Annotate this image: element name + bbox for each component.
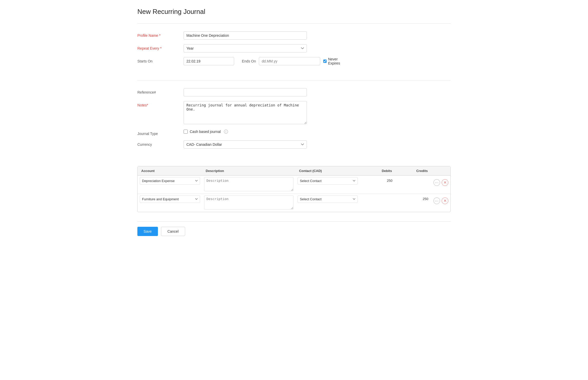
profile-name-input[interactable]: Machine One Depreciation [184,31,307,40]
dates-inline: 22.02.19 Ends On Never Expires [184,57,341,65]
profile-name-label: Profile Name * [137,31,184,38]
col-header-debits: Debits [360,166,395,176]
action-btns-2: ··· ✕ [433,195,448,204]
ellipsis-button-1[interactable]: ··· [433,179,440,186]
account-select-1[interactable]: Depreciation Expense Furniture and Equip… [140,177,200,185]
col-header-credits: Credits [395,166,431,176]
col-header-account: Account [138,166,202,176]
save-button[interactable]: Save [137,227,158,236]
ellipsis-button-2[interactable]: ··· [433,197,440,204]
ends-on-input[interactable] [259,57,320,65]
journal-type-row: Journal Type Cash based journal i [137,130,451,136]
credit-value-1 [397,177,429,180]
remove-button-2[interactable]: ✕ [442,197,448,204]
action-btns-1: ··· ✕ [433,177,448,186]
never-expires-checkbox[interactable] [323,59,327,63]
table-body: Depreciation Expense Furniture and Equip… [138,176,450,212]
credit-cell-2: 250 [395,194,431,212]
reference-field-wrapper [184,88,307,96]
repeat-every-label: Repeat Every * [137,44,184,50]
description-cell-2 [202,194,296,212]
contact-cell-2: Select Contact [296,194,360,212]
cash-based-checkbox[interactable] [184,130,188,134]
debit-cell-2 [360,194,395,212]
repeat-every-select[interactable]: Day Week Month Year [184,44,307,52]
contact-select-2[interactable]: Select Contact [298,195,358,203]
currency-field-wrapper: CAD- Canadian Dollar USD- US Dollar EUR-… [184,140,307,149]
profile-name-field-wrapper: Machine One Depreciation [184,31,307,40]
page-title: New Recurring Journal [137,8,451,16]
repeat-every-row: Repeat Every * Day Week Month Year [137,44,451,52]
journal-type-field-wrapper: Cash based journal i [184,130,307,134]
starts-on-label: Starts On [137,57,184,63]
repeat-every-field-wrapper: Day Week Month Year [184,44,307,52]
mid-divider [137,80,451,80]
journal-table-section: Account Description Contact (CAD) Debits… [137,166,451,212]
debit-value-2 [362,195,393,198]
cash-based-label: Cash based journal [190,130,221,134]
remove-button-1[interactable]: ✕ [442,179,448,186]
form-section: Profile Name * Machine One Depreciation … [137,29,451,75]
reference-label: Reference# [137,88,184,94]
starts-on-wrapper: 22.02.19 [184,57,234,65]
table-header: Account Description Contact (CAD) Debits… [138,166,450,176]
top-divider [137,23,451,24]
debit-value-1: 250 [362,177,393,184]
info-icon[interactable]: i [224,130,228,134]
actions-cell-1: ··· ✕ [431,176,450,194]
contact-select-1[interactable]: Select Contact [298,177,358,185]
account-cell-1: Depreciation Expense Furniture and Equip… [138,176,202,194]
notes-textarea[interactable]: Recurring journal for annual depreciatio… [184,101,307,124]
reference-row: Reference# [137,88,451,96]
currency-select[interactable]: CAD- Canadian Dollar USD- US Dollar EUR-… [184,140,307,149]
reference-input[interactable] [184,88,307,96]
description-textarea-2[interactable] [204,195,293,210]
form-section-2: Reference# Notes* Recurring journal for … [137,86,451,158]
actions-cell-2: ··· ✕ [431,194,450,212]
profile-name-row: Profile Name * Machine One Depreciation [137,31,451,40]
ends-on-label: Ends On [242,59,256,63]
notes-row: Notes* Recurring journal for annual depr… [137,101,451,125]
notes-field-wrapper: Recurring journal for annual depreciatio… [184,101,307,125]
currency-label: Currency [137,140,184,147]
debit-cell-1: 250 [360,176,395,194]
description-cell-1 [202,176,296,194]
table-row: Depreciation Expense Furniture and Equip… [138,176,450,194]
journal-table: Account Description Contact (CAD) Debits… [138,166,450,212]
description-textarea-1[interactable] [204,177,293,191]
cancel-button[interactable]: Cancel [161,227,185,236]
journal-type-label: Journal Type [137,130,184,136]
currency-row: Currency CAD- Canadian Dollar USD- US Do… [137,140,451,149]
credit-cell-1 [395,176,431,194]
never-expires-label: Never Expires [328,57,341,65]
starts-on-input[interactable]: 22.02.19 [184,57,234,65]
credit-value-2: 250 [397,195,429,202]
ends-on-group: Ends On Never Expires [242,57,341,65]
col-header-contact: Contact (CAD) [296,166,360,176]
dates-row: Starts On 22.02.19 Ends On Never Expires [137,57,451,65]
notes-label: Notes* [137,101,184,107]
contact-cell-1: Select Contact [296,176,360,194]
table-row: Depreciation Expense Furniture and Equip… [138,194,450,212]
account-cell-2: Depreciation Expense Furniture and Equip… [138,194,202,212]
col-header-description: Description [202,166,296,176]
footer-buttons: Save Cancel [137,221,451,236]
never-expires-group: Never Expires [323,57,341,65]
col-header-actions [431,166,450,176]
account-select-2[interactable]: Depreciation Expense Furniture and Equip… [140,195,200,203]
